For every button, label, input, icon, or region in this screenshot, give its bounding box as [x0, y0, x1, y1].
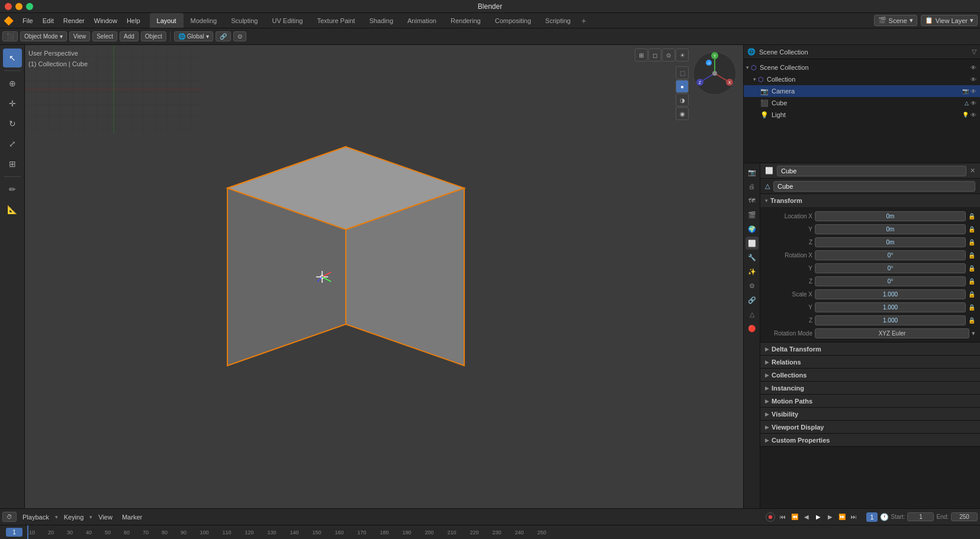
- transform-tool[interactable]: ⊞: [3, 154, 22, 173]
- close-button[interactable]: [5, 3, 12, 10]
- unlink-icon[interactable]: ✕: [970, 167, 975, 175]
- transform-dropdown[interactable]: 🌐 Global ▾: [174, 31, 213, 41]
- instancing-section[interactable]: ▶ Instancing: [760, 382, 980, 395]
- timeline-editor-type[interactable]: ⏱: [2, 512, 17, 522]
- add-menu[interactable]: Add: [120, 31, 139, 41]
- prop-physics[interactable]: ⚙: [746, 279, 759, 292]
- data-name-input[interactable]: [773, 181, 975, 192]
- jump-start-button[interactable]: ⏮: [777, 512, 788, 522]
- scale-tool[interactable]: ⤢: [3, 134, 22, 153]
- menu-help[interactable]: Help: [122, 16, 145, 25]
- viewport-gizmo-toggle[interactable]: ☀: [676, 49, 689, 62]
- end-frame-input[interactable]: 250: [951, 512, 978, 521]
- select-menu[interactable]: Select: [92, 31, 117, 41]
- prev-keyframe-button[interactable]: ⏪: [789, 512, 800, 522]
- prop-particles[interactable]: ✨: [746, 265, 759, 278]
- view-menu[interactable]: View: [69, 31, 91, 41]
- location-y-value[interactable]: 0m: [815, 224, 966, 234]
- tab-sculpting[interactable]: Sculpting: [224, 13, 265, 28]
- keying-menu[interactable]: Keying: [60, 512, 88, 522]
- lock-icon[interactable]: 🔒: [968, 317, 975, 324]
- relations-section[interactable]: ▶ Relations: [760, 356, 980, 369]
- lock-icon[interactable]: 🔒: [968, 278, 975, 285]
- lock-icon[interactable]: 🔒: [968, 291, 975, 298]
- lock-icon[interactable]: 🔒: [968, 265, 975, 272]
- lock-icon[interactable]: 🔒: [968, 304, 975, 311]
- annotate-tool[interactable]: ✏: [3, 180, 22, 199]
- viewport-display-section[interactable]: ▶ Viewport Display: [760, 421, 980, 434]
- cursor-tool[interactable]: ⊕: [3, 74, 22, 93]
- scale-z-value[interactable]: 1.000: [815, 315, 966, 325]
- rotation-y-value[interactable]: 0°: [815, 263, 966, 273]
- maximize-button[interactable]: [26, 3, 33, 10]
- tab-rendering[interactable]: Rendering: [444, 13, 488, 28]
- tab-texture-paint[interactable]: Texture Paint: [310, 13, 362, 28]
- rotation-x-value[interactable]: 0°: [815, 250, 966, 260]
- minimize-button[interactable]: [15, 3, 23, 10]
- prop-material[interactable]: 🔴: [746, 322, 759, 335]
- lock-icon[interactable]: 🔒: [968, 213, 975, 220]
- filter-icon[interactable]: ▽: [972, 48, 976, 56]
- record-button[interactable]: ⏺: [766, 512, 775, 522]
- axis-gizmo-container[interactable]: Y X Z -Y: [691, 50, 738, 98]
- prop-scene[interactable]: 🎬: [746, 208, 759, 221]
- tab-scripting[interactable]: Scripting: [538, 13, 578, 28]
- custom-properties-section[interactable]: ▶ Custom Properties: [760, 434, 980, 447]
- prop-constraints[interactable]: 🔗: [746, 293, 759, 306]
- menu-file[interactable]: File: [18, 16, 38, 25]
- marker-menu[interactable]: Marker: [118, 512, 146, 522]
- location-z-value[interactable]: 0m: [815, 237, 966, 247]
- viewport-view-toggle[interactable]: ⊞: [635, 49, 648, 62]
- lock-icon[interactable]: 🔒: [968, 239, 975, 246]
- menu-window[interactable]: Window: [89, 16, 122, 25]
- tab-compositing[interactable]: Compositing: [488, 13, 538, 28]
- tab-layout[interactable]: Layout: [150, 13, 184, 28]
- shade-solid[interactable]: ●: [676, 80, 689, 93]
- shade-wire[interactable]: ⬚: [676, 66, 689, 79]
- tab-shading[interactable]: Shading: [362, 13, 400, 28]
- shade-material[interactable]: ◑: [676, 93, 689, 106]
- frame-numbers-row[interactable]: 1 10 20 30 40 50 60 70 80 90 100 110 120…: [0, 525, 980, 539]
- transform-header[interactable]: ▾ Transform: [760, 194, 980, 207]
- prev-frame-button[interactable]: ◀: [801, 512, 812, 522]
- next-frame-button[interactable]: ▶: [825, 512, 836, 522]
- tab-animation[interactable]: Animation: [400, 13, 444, 28]
- scale-y-value[interactable]: 1.000: [815, 302, 966, 312]
- scene-selector[interactable]: 🎬 Scene ▾: [874, 15, 917, 26]
- tab-uv-editing[interactable]: UV Editing: [265, 13, 310, 28]
- select-tool[interactable]: ↖: [3, 49, 22, 67]
- measure-tool[interactable]: 📐: [3, 200, 22, 219]
- outliner-scene-collection[interactable]: ▾ ⬡ Scene Collection 👁: [744, 62, 980, 73]
- jump-end-button[interactable]: ⏭: [849, 512, 859, 522]
- visibility-icon[interactable]: 👁: [971, 76, 976, 83]
- current-frame-display[interactable]: 1: [866, 512, 877, 522]
- scale-x-value[interactable]: 1.000: [815, 289, 966, 299]
- visibility-icon[interactable]: 👁: [971, 112, 976, 118]
- outliner-camera[interactable]: 📷 Camera 📷 👁: [744, 85, 980, 97]
- move-tool[interactable]: ✛: [3, 94, 22, 113]
- frame-current-marker[interactable]: 1: [6, 528, 23, 537]
- lock-icon[interactable]: 🔒: [968, 226, 975, 233]
- menu-render[interactable]: Render: [59, 16, 89, 25]
- viewport-overlay-toggle[interactable]: ⊙: [662, 49, 675, 62]
- rotation-z-value[interactable]: 0°: [815, 276, 966, 286]
- start-frame-input[interactable]: 1: [907, 512, 934, 521]
- outliner-cube[interactable]: ⬛ Cube △ 👁: [744, 97, 980, 109]
- prop-modifiers[interactable]: 🔧: [746, 251, 759, 264]
- object-name-input[interactable]: [777, 166, 966, 176]
- navigation-gizmo[interactable]: Y X Z -Y: [691, 50, 738, 97]
- prop-data[interactable]: △: [746, 308, 759, 321]
- proportional-edit[interactable]: ⊙: [233, 31, 246, 41]
- delta-transform-section[interactable]: ▶ Delta Transform: [760, 343, 980, 356]
- next-keyframe-button[interactable]: ⏩: [837, 512, 847, 522]
- prop-view-layer[interactable]: 🗺: [746, 194, 759, 207]
- visibility-icon[interactable]: 👁: [971, 88, 976, 95]
- rotation-mode-value[interactable]: XYZ Euler: [815, 328, 969, 338]
- lock-icon[interactable]: 🔒: [968, 252, 975, 259]
- object-menu[interactable]: Object: [141, 31, 166, 41]
- outliner-collection[interactable]: ▾ ⬡ Collection 👁: [744, 73, 980, 85]
- visibility-icon[interactable]: 👁: [971, 64, 976, 71]
- prop-world[interactable]: 🌍: [746, 222, 759, 235]
- tab-modeling[interactable]: Modeling: [184, 13, 224, 28]
- visibility-icon[interactable]: 👁: [971, 100, 976, 106]
